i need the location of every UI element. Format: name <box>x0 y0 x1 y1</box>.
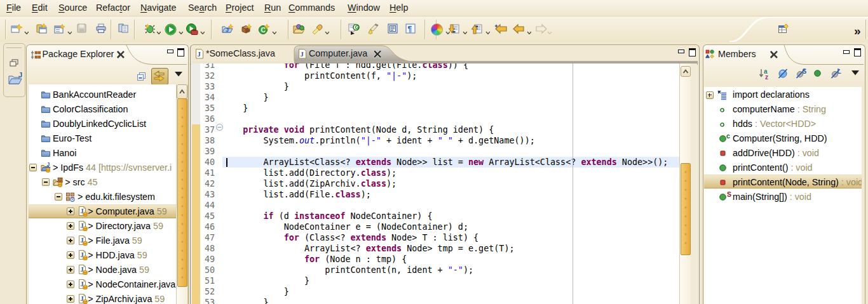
svg-text:C: C <box>261 27 266 34</box>
svg-text:G: G <box>355 24 359 30</box>
svg-text:J: J <box>198 50 201 57</box>
svg-text:J: J <box>18 72 22 79</box>
svg-text:¶: ¶ <box>408 25 412 34</box>
svg-text:J: J <box>226 27 229 33</box>
svg-text:J: J <box>300 50 303 57</box>
svg-text:z: z <box>765 74 768 80</box>
